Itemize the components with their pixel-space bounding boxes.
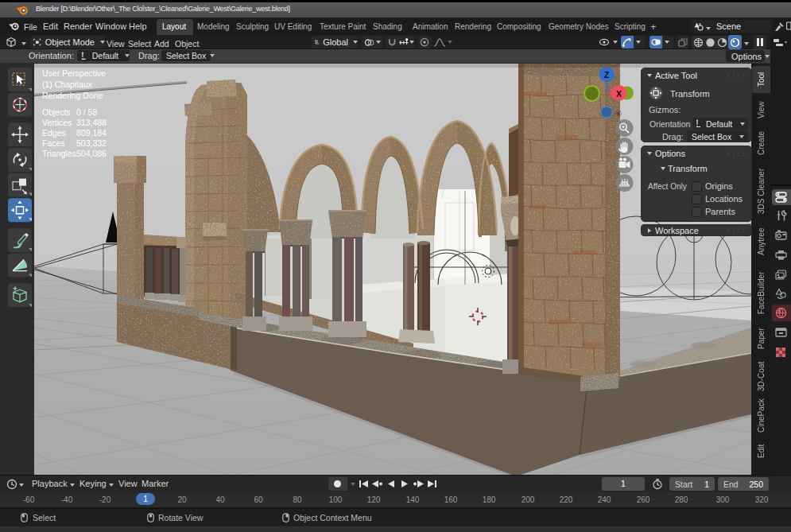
svg-text:Z: Z xyxy=(604,71,609,80)
svg-text:809,184: 809,184 xyxy=(76,128,107,138)
svg-text:313,488: 313,488 xyxy=(76,118,107,127)
svg-text:Triangles: Triangles xyxy=(42,149,76,158)
svg-text:Edges: Edges xyxy=(42,128,66,138)
svg-text:Vertices: Vertices xyxy=(42,118,72,127)
svg-text:User Perspective: User Perspective xyxy=(42,68,106,78)
svg-text:Objects: Objects xyxy=(42,107,71,117)
svg-text:0 / 58: 0 / 58 xyxy=(76,107,97,117)
svg-text:Faces: Faces xyxy=(42,138,65,148)
svg-text:503,332: 503,332 xyxy=(76,138,107,148)
svg-text:(1) Chapitaux: (1) Chapitaux xyxy=(42,80,93,89)
svg-text:504,086: 504,086 xyxy=(76,149,107,158)
svg-text:Rendering Done: Rendering Done xyxy=(42,91,103,100)
svg-text:X: X xyxy=(616,89,622,99)
